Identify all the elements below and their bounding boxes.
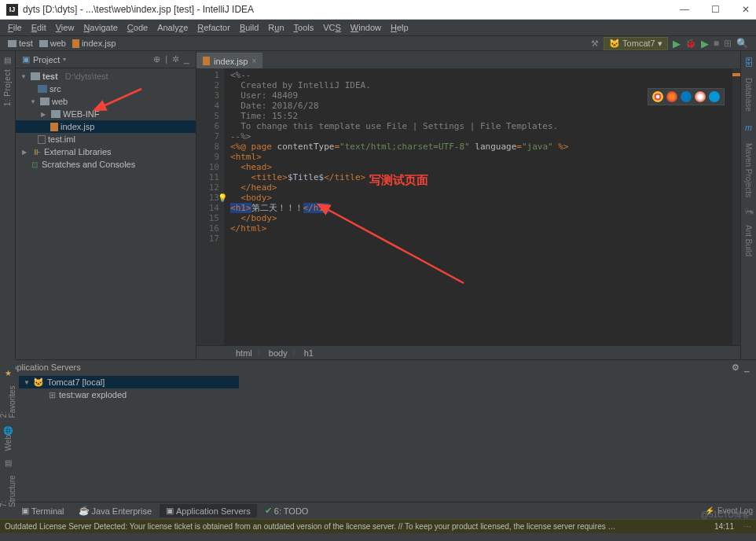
project-tool-tab[interactable]: ▤ <box>4 56 11 64</box>
line-gutter: 1234567891011121314151617 <box>196 68 224 345</box>
menu-tools[interactable]: Tools <box>291 21 317 34</box>
opera-icon[interactable] <box>695 91 706 102</box>
debug-button[interactable]: 🐞 <box>685 39 696 49</box>
library-icon: ⊪ <box>32 147 42 156</box>
maven-tool-label[interactable]: Maven Projects <box>744 143 753 197</box>
close-button[interactable]: ✕ <box>742 4 750 15</box>
status-bar: Outdated License Server Detected: Your l… <box>0 519 756 533</box>
web-label[interactable]: Web <box>4 435 13 451</box>
todo-icon: ✔ <box>265 506 272 516</box>
crumb-h1[interactable]: h1 <box>304 348 314 358</box>
crumb-body[interactable]: body <box>269 348 288 358</box>
left-tool-strip: ▤ 1: Project <box>0 51 16 359</box>
gear-icon[interactable]: ✲ <box>172 54 179 64</box>
menu-window[interactable]: Window <box>347 21 384 34</box>
menu-help[interactable]: Help <box>387 21 412 34</box>
tree-node-webinf[interactable]: ▶WEB-INF <box>16 108 196 120</box>
favorites-label[interactable]: 2: Favorites <box>0 377 17 418</box>
folder-icon <box>39 40 48 47</box>
window-controls: — ☐ ✕ <box>680 4 750 15</box>
artifact-icon: ⊞ <box>49 390 56 400</box>
breadcrumb-index[interactable]: index.jsp <box>72 39 116 48</box>
chrome-icon[interactable] <box>652 91 663 102</box>
database-tool-label[interactable]: Database <box>744 78 753 112</box>
editor-tab-indexjsp[interactable]: index.jsp × <box>196 53 262 68</box>
menu-run[interactable]: Run <box>265 21 287 34</box>
safari-icon[interactable] <box>681 91 692 102</box>
maximize-button[interactable]: ☐ <box>711 4 720 15</box>
tree-node-root[interactable]: ▼ test D:\dyts\test <box>16 70 196 83</box>
project-tool-label[interactable]: 1: Project <box>3 69 12 106</box>
ant-tool-label[interactable]: Ant Build <box>744 225 753 256</box>
collapse-icon[interactable]: ⊕ <box>153 54 160 64</box>
tab-terminal[interactable]: ▣Terminal <box>15 504 71 517</box>
structure-label[interactable]: 7: Structure <box>0 467 17 507</box>
tree-node-extlib[interactable]: ▶⊪External Libraries <box>16 145 196 158</box>
ie-icon[interactable] <box>709 91 720 102</box>
run-coverage-button[interactable]: ▶ <box>701 38 709 50</box>
code-editor[interactable]: 1234567891011121314151617 <%-- Created b… <box>196 68 740 345</box>
tree-node-testiml[interactable]: test.iml <box>16 133 196 145</box>
search-icon[interactable]: 🔍 <box>736 38 748 49</box>
editor-tabs: index.jsp × <box>196 51 740 68</box>
server-tree[interactable]: ▼ 🐱 Tomcat7 [local] ⊞ test:war exploded <box>19 374 756 502</box>
folder-icon <box>8 40 17 47</box>
menu-edit[interactable]: Edit <box>28 21 50 34</box>
tab-application-servers[interactable]: ▣Application Servers <box>160 504 257 517</box>
iml-icon <box>38 135 46 144</box>
menu-navigate[interactable]: Navigate <box>80 21 120 34</box>
navbar: test web index.jsp ⚒ 🐱 Tomcat7 ▾ ▶ 🐞 ▶ ■… <box>0 35 756 51</box>
gear-icon[interactable]: ⚙ <box>732 363 739 373</box>
tomcat-icon: 🐱 <box>33 377 44 388</box>
server-node-artifact[interactable]: ⊞ test:war exploded <box>19 388 756 401</box>
menu-file[interactable]: File <box>5 21 25 34</box>
project-pane-title[interactable]: Project <box>33 55 60 64</box>
breadcrumb-test[interactable]: test <box>8 39 33 48</box>
menu-refactor[interactable]: Refactor <box>194 21 233 34</box>
minimize-button[interactable]: — <box>680 4 689 15</box>
web-icon[interactable]: 🌐 <box>3 426 13 435</box>
code-content[interactable]: <%-- Created by IntelliJ IDEA. User: 484… <box>224 68 732 345</box>
run-button[interactable]: ▶ <box>673 38 681 50</box>
run-config-dropdown[interactable]: 🐱 Tomcat7 ▾ <box>604 37 668 50</box>
menu-build[interactable]: Build <box>237 21 262 34</box>
right-tool-strip: 🗄 Database m Maven Projects 🐜 Ant Build <box>740 51 756 359</box>
titlebar: IJ dyts [D:\dyts] - ...\test\web\index.j… <box>0 0 756 20</box>
tab-java-enterprise[interactable]: ☕Java Enterprise <box>72 504 158 517</box>
tool-icon[interactable]: ⊞ <box>724 38 732 49</box>
app-servers-title: Application Servers <box>6 363 81 372</box>
firefox-icon[interactable] <box>666 91 677 102</box>
server-node-tomcat[interactable]: ▼ 🐱 Tomcat7 [local] <box>19 376 239 388</box>
menu-vcs[interactable]: VCS <box>320 21 344 34</box>
tree-node-scratch[interactable]: ⊡Scratches and Consoles <box>16 158 196 171</box>
project-pane-header: ▣Project ▾ ⊕ | ✲ ⎯ <box>16 51 196 68</box>
stop-button[interactable]: ■ <box>714 38 719 49</box>
menu-analyze[interactable]: Analyze <box>154 21 191 34</box>
editor-breadcrumb: html〉 body〉 h1 <box>196 345 740 359</box>
menu-view[interactable]: View <box>53 21 78 34</box>
maven-icon[interactable]: m <box>745 121 752 134</box>
left-lower-tools: ★ 2: Favorites 🌐 Web ▤ 7: Structure <box>0 359 16 515</box>
hide-icon[interactable]: ⎯ <box>744 363 750 373</box>
breadcrumb-web[interactable]: web <box>39 39 66 48</box>
divider-icon: | <box>165 54 167 64</box>
hide-icon[interactable]: ⎯ <box>184 54 189 64</box>
structure-icon[interactable]: ▤ <box>5 458 12 467</box>
close-tab-icon[interactable]: × <box>251 57 256 65</box>
error-stripe[interactable] <box>732 68 740 345</box>
database-icon[interactable]: 🗄 <box>744 57 754 68</box>
favorites-icon[interactable]: ★ <box>5 369 12 377</box>
java-icon: ☕ <box>79 506 90 516</box>
ant-icon[interactable]: 🐜 <box>744 207 754 215</box>
hammer-icon[interactable]: ⚒ <box>591 39 599 49</box>
crumb-html[interactable]: html <box>236 348 252 358</box>
tree-node-indexjsp[interactable]: index.jsp <box>16 120 196 133</box>
tree-node-web[interactable]: ▼web <box>16 95 196 108</box>
project-tree[interactable]: ▼ test D:\dyts\test src ▼web ▶WEB-INF in… <box>16 68 196 359</box>
tab-todo[interactable]: ✔6: TODO <box>259 504 315 517</box>
folder-icon <box>38 85 47 93</box>
folder-icon <box>40 98 50 105</box>
tree-node-src[interactable]: src <box>16 83 196 95</box>
intention-bulb-icon[interactable]: 💡 <box>218 193 227 203</box>
menu-code[interactable]: Code <box>124 21 151 34</box>
